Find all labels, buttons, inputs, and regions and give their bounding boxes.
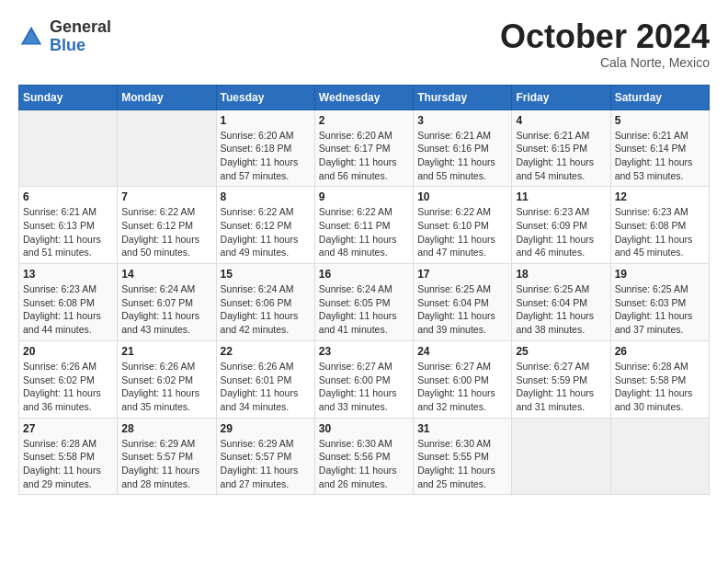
calendar-cell: 22Sunrise: 6:26 AMSunset: 6:01 PMDayligh… bbox=[216, 340, 314, 418]
day-number: 25 bbox=[516, 345, 606, 358]
day-info: Sunrise: 6:25 AMSunset: 6:04 PMDaylight:… bbox=[417, 282, 507, 337]
day-info: Sunrise: 6:24 AMSunset: 6:06 PMDaylight:… bbox=[221, 282, 311, 337]
day-number: 18 bbox=[516, 268, 606, 281]
page-header: General Blue October 2024 Cala Norte, Me… bbox=[18, 18, 710, 70]
day-info: Sunrise: 6:27 AMSunset: 6:00 PMDaylight:… bbox=[417, 360, 507, 414]
calendar-cell: 13Sunrise: 6:23 AMSunset: 6:08 PMDayligh… bbox=[19, 264, 118, 341]
logo: General Blue bbox=[18, 18, 111, 55]
day-of-week-saturday: Saturday bbox=[610, 85, 709, 109]
day-of-week-wednesday: Wednesday bbox=[314, 85, 413, 109]
day-info: Sunrise: 6:21 AMSunset: 6:13 PMDaylight:… bbox=[23, 205, 113, 259]
day-info: Sunrise: 6:30 AMSunset: 5:56 PMDaylight:… bbox=[319, 437, 409, 491]
calendar-cell: 30Sunrise: 6:30 AMSunset: 5:56 PMDayligh… bbox=[314, 418, 413, 495]
day-number: 17 bbox=[417, 268, 507, 281]
day-info: Sunrise: 6:21 AMSunset: 6:14 PMDaylight:… bbox=[615, 129, 705, 183]
day-number: 13 bbox=[23, 268, 113, 281]
day-info: Sunrise: 6:22 AMSunset: 6:12 PMDaylight:… bbox=[221, 205, 311, 259]
day-info: Sunrise: 6:21 AMSunset: 6:16 PMDaylight:… bbox=[417, 129, 507, 183]
logo-blue: Blue bbox=[50, 36, 85, 54]
title-block: October 2024 Cala Norte, Mexico bbox=[500, 18, 710, 70]
calendar-cell: 2Sunrise: 6:20 AMSunset: 6:17 PMDaylight… bbox=[314, 109, 413, 187]
day-info: Sunrise: 6:25 AMSunset: 6:03 PMDaylight:… bbox=[615, 282, 705, 337]
day-of-week-monday: Monday bbox=[118, 85, 216, 109]
day-number: 20 bbox=[23, 345, 113, 358]
calendar-week-row: 27Sunrise: 6:28 AMSunset: 5:58 PMDayligh… bbox=[19, 418, 710, 495]
calendar-cell: 3Sunrise: 6:21 AMSunset: 6:16 PMDaylight… bbox=[414, 109, 512, 187]
day-info: Sunrise: 6:24 AMSunset: 6:05 PMDaylight:… bbox=[319, 282, 409, 337]
calendar-cell: 29Sunrise: 6:29 AMSunset: 5:57 PMDayligh… bbox=[216, 418, 314, 495]
day-info: Sunrise: 6:22 AMSunset: 6:10 PMDaylight:… bbox=[417, 205, 507, 259]
calendar-cell: 31Sunrise: 6:30 AMSunset: 5:55 PMDayligh… bbox=[414, 418, 512, 495]
location-subtitle: Cala Norte, Mexico bbox=[500, 55, 710, 70]
day-number: 24 bbox=[417, 345, 507, 358]
day-number: 28 bbox=[121, 422, 211, 435]
day-info: Sunrise: 6:26 AMSunset: 6:02 PMDaylight:… bbox=[121, 360, 211, 414]
calendar-cell: 7Sunrise: 6:22 AMSunset: 6:12 PMDaylight… bbox=[118, 187, 216, 264]
day-number: 6 bbox=[23, 190, 113, 203]
day-info: Sunrise: 6:21 AMSunset: 6:15 PMDaylight:… bbox=[516, 129, 606, 183]
calendar-week-row: 1Sunrise: 6:20 AMSunset: 6:18 PMDaylight… bbox=[19, 109, 710, 187]
calendar-cell: 1Sunrise: 6:20 AMSunset: 6:18 PMDaylight… bbox=[216, 109, 314, 187]
calendar-cell: 4Sunrise: 6:21 AMSunset: 6:15 PMDaylight… bbox=[512, 109, 610, 187]
logo-icon bbox=[18, 24, 44, 50]
day-info: Sunrise: 6:23 AMSunset: 6:09 PMDaylight:… bbox=[516, 205, 606, 259]
calendar-cell: 28Sunrise: 6:29 AMSunset: 5:57 PMDayligh… bbox=[118, 418, 216, 495]
day-of-week-sunday: Sunday bbox=[19, 85, 118, 109]
calendar-cell: 23Sunrise: 6:27 AMSunset: 6:00 PMDayligh… bbox=[314, 340, 413, 418]
logo-general: General bbox=[50, 17, 111, 36]
calendar-cell: 16Sunrise: 6:24 AMSunset: 6:05 PMDayligh… bbox=[314, 264, 413, 341]
calendar-cell: 20Sunrise: 6:26 AMSunset: 6:02 PMDayligh… bbox=[19, 340, 118, 418]
day-number: 8 bbox=[221, 190, 311, 203]
calendar-cell: 24Sunrise: 6:27 AMSunset: 6:00 PMDayligh… bbox=[414, 340, 512, 418]
day-of-week-friday: Friday bbox=[512, 85, 610, 109]
day-number: 15 bbox=[221, 268, 311, 281]
day-number: 10 bbox=[417, 190, 507, 203]
logo-text: General Blue bbox=[50, 18, 111, 55]
calendar-cell: 9Sunrise: 6:22 AMSunset: 6:11 PMDaylight… bbox=[314, 187, 413, 264]
day-number: 21 bbox=[121, 345, 211, 358]
calendar-cell: 11Sunrise: 6:23 AMSunset: 6:09 PMDayligh… bbox=[512, 187, 610, 264]
day-number: 14 bbox=[121, 268, 211, 281]
day-of-week-thursday: Thursday bbox=[414, 85, 512, 109]
day-info: Sunrise: 6:22 AMSunset: 6:11 PMDaylight:… bbox=[319, 205, 409, 259]
calendar-cell: 12Sunrise: 6:23 AMSunset: 6:08 PMDayligh… bbox=[610, 187, 709, 264]
day-info: Sunrise: 6:28 AMSunset: 5:58 PMDaylight:… bbox=[23, 437, 113, 491]
day-number: 23 bbox=[319, 345, 409, 358]
calendar-cell: 18Sunrise: 6:25 AMSunset: 6:04 PMDayligh… bbox=[512, 264, 610, 341]
day-number: 7 bbox=[121, 190, 211, 203]
calendar-week-row: 13Sunrise: 6:23 AMSunset: 6:08 PMDayligh… bbox=[19, 264, 710, 341]
day-info: Sunrise: 6:28 AMSunset: 5:58 PMDaylight:… bbox=[615, 360, 705, 414]
day-info: Sunrise: 6:27 AMSunset: 5:59 PMDaylight:… bbox=[516, 360, 606, 414]
calendar-week-row: 20Sunrise: 6:26 AMSunset: 6:02 PMDayligh… bbox=[19, 340, 710, 418]
calendar-cell bbox=[118, 109, 216, 187]
calendar-cell: 17Sunrise: 6:25 AMSunset: 6:04 PMDayligh… bbox=[414, 264, 512, 341]
day-info: Sunrise: 6:26 AMSunset: 6:01 PMDaylight:… bbox=[221, 360, 311, 414]
day-info: Sunrise: 6:23 AMSunset: 6:08 PMDaylight:… bbox=[23, 282, 113, 337]
calendar-cell: 27Sunrise: 6:28 AMSunset: 5:58 PMDayligh… bbox=[19, 418, 118, 495]
calendar-cell: 15Sunrise: 6:24 AMSunset: 6:06 PMDayligh… bbox=[216, 264, 314, 341]
calendar-cell: 6Sunrise: 6:21 AMSunset: 6:13 PMDaylight… bbox=[19, 187, 118, 264]
day-number: 19 bbox=[615, 268, 705, 281]
calendar-cell bbox=[512, 418, 610, 495]
day-number: 26 bbox=[615, 345, 705, 358]
day-info: Sunrise: 6:23 AMSunset: 6:08 PMDaylight:… bbox=[615, 205, 705, 259]
day-number: 3 bbox=[417, 114, 507, 127]
day-number: 9 bbox=[319, 190, 409, 203]
day-number: 31 bbox=[417, 422, 507, 435]
calendar-cell: 19Sunrise: 6:25 AMSunset: 6:03 PMDayligh… bbox=[610, 264, 709, 341]
day-number: 30 bbox=[319, 422, 409, 435]
day-number: 22 bbox=[221, 345, 311, 358]
day-number: 29 bbox=[221, 422, 311, 435]
calendar-cell: 14Sunrise: 6:24 AMSunset: 6:07 PMDayligh… bbox=[118, 264, 216, 341]
day-of-week-tuesday: Tuesday bbox=[216, 85, 314, 109]
day-info: Sunrise: 6:22 AMSunset: 6:12 PMDaylight:… bbox=[121, 205, 211, 259]
day-info: Sunrise: 6:24 AMSunset: 6:07 PMDaylight:… bbox=[121, 282, 211, 337]
calendar-table: SundayMondayTuesdayWednesdayThursdayFrid… bbox=[18, 85, 710, 496]
calendar-cell: 5Sunrise: 6:21 AMSunset: 6:14 PMDaylight… bbox=[610, 109, 709, 187]
month-title: October 2024 bbox=[500, 18, 710, 55]
day-info: Sunrise: 6:20 AMSunset: 6:17 PMDaylight:… bbox=[319, 129, 409, 183]
day-number: 12 bbox=[615, 190, 705, 203]
day-info: Sunrise: 6:25 AMSunset: 6:04 PMDaylight:… bbox=[516, 282, 606, 337]
day-number: 4 bbox=[516, 114, 606, 127]
day-info: Sunrise: 6:29 AMSunset: 5:57 PMDaylight:… bbox=[221, 437, 311, 491]
